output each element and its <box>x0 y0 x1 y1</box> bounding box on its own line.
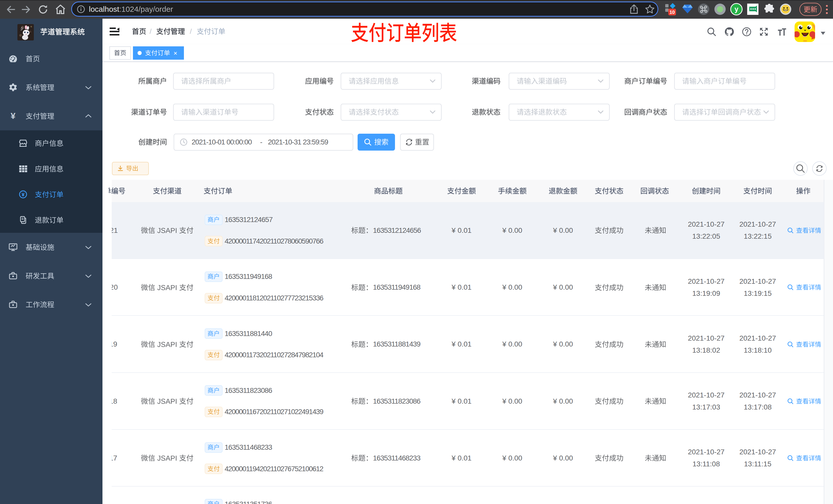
svg-text:10: 10 <box>669 9 675 15</box>
svg-text:¥: ¥ <box>11 112 16 120</box>
svg-text:¥: ¥ <box>22 192 25 197</box>
svg-text:y: y <box>734 5 738 13</box>
